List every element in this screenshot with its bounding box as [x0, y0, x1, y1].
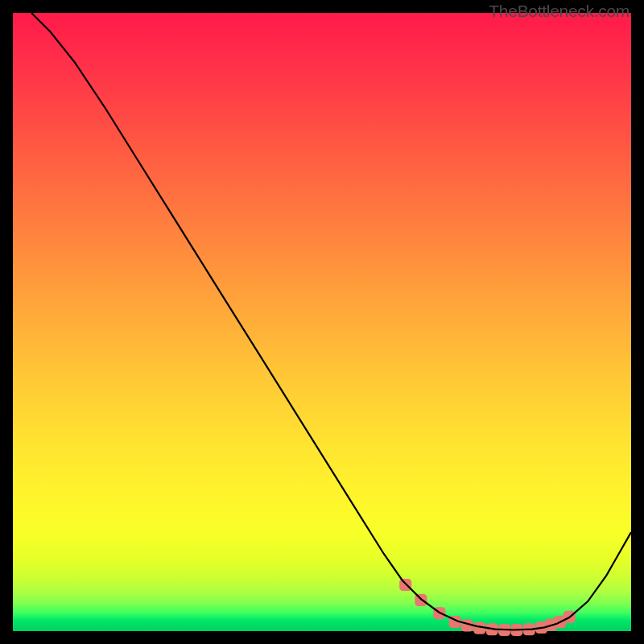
watermark-text: TheBottleneck.com	[489, 2, 630, 21]
chart-container: TheBottleneck.com	[0, 0, 644, 644]
bottleneck-curve	[31, 13, 631, 630]
chart-svg	[13, 13, 631, 631]
